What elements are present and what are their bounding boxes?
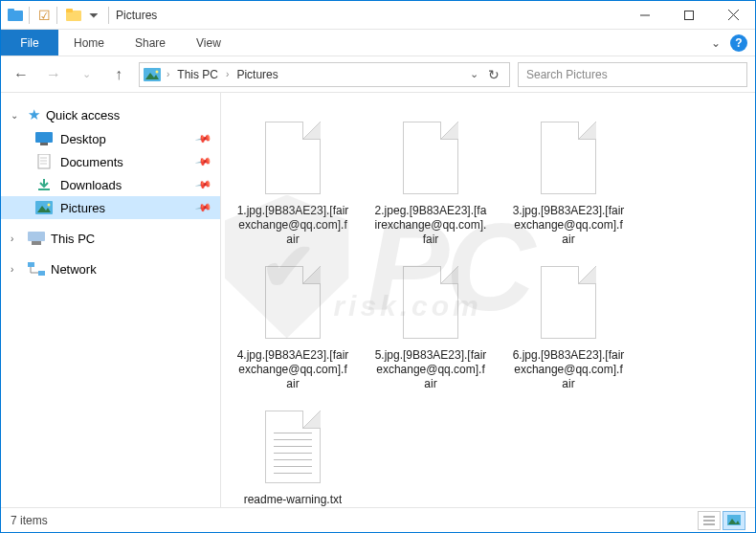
expand-icon[interactable]: ›: [11, 264, 22, 275]
explorer-window: ☑ ⏷ Pictures File Home Share View ⌄ ?: [0, 0, 756, 533]
app-icon: [5, 5, 26, 26]
expand-icon[interactable]: ›: [11, 233, 22, 244]
nav-group-quick-access: ⌄ ★ Quick access Desktop 📌 Documents 📌 D…: [1, 102, 220, 219]
back-button[interactable]: ←: [9, 62, 33, 87]
file-item[interactable]: 4.jpg.[9B83AE23].[fairexchange@qq.com].f…: [233, 255, 353, 395]
file-item[interactable]: 2.jpeg.[9B83AE23].[fairexchange@qq.com].…: [370, 110, 491, 251]
minimize-button[interactable]: [623, 1, 667, 30]
tab-view[interactable]: View: [181, 30, 236, 56]
quick-access-toolbar: ☑ ⏷: [33, 5, 105, 26]
view-switcher: [698, 511, 745, 530]
status-bar: 7 items: [1, 507, 755, 532]
breadcrumb-this-pc[interactable]: This PC: [175, 68, 220, 81]
close-button[interactable]: [711, 1, 755, 30]
address-bar: ← → ⌄ ↑ › This PC › Pictures ⌄ ↻ Search …: [1, 56, 755, 93]
content-pane[interactable]: 1.jpg.[9B83AE23].[fairexchange@qq.com].f…: [221, 93, 755, 507]
tab-home[interactable]: Home: [58, 30, 120, 56]
file-tab[interactable]: File: [1, 30, 58, 56]
blank-file-icon: [393, 258, 468, 344]
search-input[interactable]: Search Pictures: [518, 62, 747, 87]
nav-label: This PC: [51, 232, 95, 246]
titlebar: ☑ ⏷ Pictures: [1, 1, 755, 30]
file-item[interactable]: 6.jpg.[9B83AE23].[fairexchange@qq.com].f…: [508, 255, 629, 395]
file-name: readme-warning.txt: [244, 493, 343, 507]
file-name: 6.jpg.[9B83AE23].[fairexchange@qq.com].f…: [512, 348, 625, 391]
sidebar-item-documents[interactable]: Documents 📌: [1, 150, 220, 173]
chevron-right-icon[interactable]: ›: [167, 69, 169, 79]
nav-label: Network: [51, 262, 97, 277]
pin-icon: 📌: [195, 153, 213, 171]
ribbon-expand-icon[interactable]: ⌄: [711, 36, 721, 50]
file-item[interactable]: 3.jpg.[9B83AE23].[fairexchange@qq.com].f…: [508, 110, 629, 251]
search-placeholder: Search Pictures: [526, 68, 608, 81]
body: ⌄ ★ Quick access Desktop 📌 Documents 📌 D…: [1, 93, 755, 507]
text-file-icon: [256, 403, 330, 489]
sidebar-item-label: Downloads: [60, 178, 122, 192]
breadcrumb-pictures[interactable]: Pictures: [234, 68, 279, 81]
nav-this-pc[interactable]: › This PC: [1, 227, 220, 250]
window-title: Pictures: [112, 9, 157, 22]
pin-icon: 📌: [195, 130, 213, 148]
file-name: 5.jpg.[9B83AE23].[fairexchange@qq.com].f…: [374, 348, 487, 391]
titlebar-left: ☑ ⏷ Pictures: [1, 5, 157, 26]
collapse-icon[interactable]: ⌄: [11, 110, 22, 121]
file-item[interactable]: 5.jpg.[9B83AE23].[fairexchange@qq.com].f…: [370, 255, 491, 395]
file-item[interactable]: 1.jpg.[9B83AE23].[fairexchange@qq.com].f…: [233, 110, 353, 251]
file-name: 3.jpg.[9B83AE23].[fairexchange@qq.com].f…: [512, 204, 625, 247]
folder-icon[interactable]: [63, 5, 84, 26]
blank-file-icon: [531, 114, 606, 200]
sidebar-item-pictures[interactable]: Pictures 📌: [1, 196, 220, 219]
sidebar-item-label: Documents: [60, 155, 123, 169]
computer-icon: [28, 231, 45, 246]
downloads-icon: [35, 177, 53, 192]
chevron-right-icon[interactable]: ›: [226, 69, 229, 79]
forward-button[interactable]: →: [41, 62, 66, 87]
svg-rect-0: [8, 11, 23, 21]
ribbon: File Home Share View ⌄ ?: [1, 30, 755, 56]
file-name: 1.jpg.[9B83AE23].[fairexchange@qq.com].f…: [236, 204, 349, 247]
file-name: 4.jpg.[9B83AE23].[fairexchange@qq.com].f…: [236, 348, 349, 391]
pictures-icon: [144, 67, 161, 82]
qat-dropdown-icon[interactable]: ⏷: [88, 9, 100, 22]
item-count: 7 items: [11, 514, 48, 527]
address-dropdown-icon[interactable]: ⌄: [470, 68, 478, 80]
svg-rect-12: [40, 143, 48, 145]
svg-rect-22: [32, 241, 41, 245]
properties-icon[interactable]: ☑: [38, 8, 51, 23]
icons-view-button[interactable]: [723, 511, 745, 530]
recent-dropdown-icon[interactable]: ⌄: [74, 62, 99, 87]
up-button[interactable]: ↑: [106, 62, 131, 87]
desktop-icon: [35, 131, 53, 146]
maximize-button[interactable]: [667, 1, 711, 30]
sidebar-item-downloads[interactable]: Downloads 📌: [1, 173, 220, 196]
address-box[interactable]: › This PC › Pictures ⌄ ↻: [139, 62, 510, 87]
sidebar-item-desktop[interactable]: Desktop 📌: [1, 127, 220, 150]
pin-icon: 📌: [195, 176, 213, 194]
blank-file-icon: [256, 258, 330, 344]
help-button[interactable]: ?: [730, 34, 747, 52]
svg-rect-21: [28, 232, 45, 241]
svg-rect-24: [38, 271, 45, 276]
blank-file-icon: [256, 114, 330, 200]
blank-file-icon: [531, 258, 606, 344]
nav-quick-access[interactable]: ⌄ ★ Quick access: [1, 102, 220, 127]
svg-rect-11: [35, 132, 53, 143]
blank-file-icon: [393, 114, 468, 200]
pin-icon: 📌: [195, 199, 213, 217]
details-view-button[interactable]: [698, 511, 721, 530]
file-item[interactable]: readme-warning.txt: [233, 399, 353, 507]
sidebar-item-label: Desktop: [60, 132, 106, 146]
svg-rect-1: [8, 9, 14, 11]
tab-share[interactable]: Share: [120, 30, 181, 56]
svg-rect-3: [66, 9, 73, 12]
svg-point-20: [48, 204, 51, 207]
navigation-pane: ⌄ ★ Quick access Desktop 📌 Documents 📌 D…: [1, 93, 221, 507]
address-right: ⌄ ↻: [470, 67, 505, 82]
ribbon-right: ⌄ ?: [711, 30, 755, 56]
nav-network[interactable]: › Network: [1, 257, 220, 280]
refresh-icon[interactable]: ↻: [488, 67, 500, 82]
star-icon: ★: [28, 106, 40, 123]
separator: [29, 7, 30, 24]
documents-icon: [35, 154, 53, 169]
svg-rect-5: [685, 11, 694, 19]
